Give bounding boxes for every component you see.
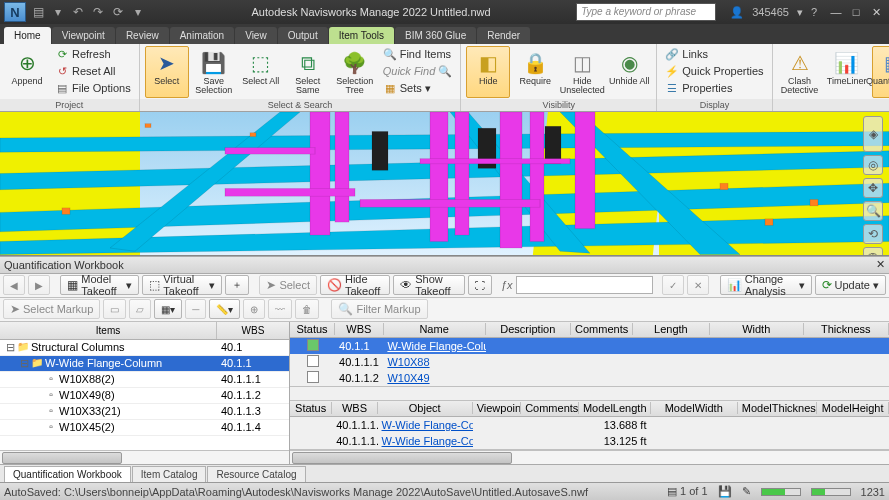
- expand-button[interactable]: ⛶: [468, 275, 492, 295]
- 3d-viewport[interactable]: I:8(1):10(-2) - F.C. @ Level 3 (-28) ◈ ◎…: [0, 112, 889, 256]
- grid-row[interactable]: 40.1.1.1.2W-Wide Flange-Column13.125 ft: [290, 433, 889, 449]
- tab-output[interactable]: Output: [278, 27, 328, 44]
- tab-resource-catalog[interactable]: Resource Catalog: [207, 466, 305, 482]
- change-analysis-button[interactable]: 📊Change Analysis▾: [720, 275, 812, 295]
- tab-quant-workbook[interactable]: Quantification Workbook: [4, 466, 131, 482]
- reset-all-button[interactable]: ↺Reset All: [52, 63, 134, 79]
- minimize-button[interactable]: —: [827, 6, 845, 19]
- tree-row[interactable]: ⊟📁W-Wide Flange-Column40.1.1: [0, 356, 289, 372]
- look-icon[interactable]: 👁: [863, 247, 883, 256]
- tab-view[interactable]: View: [235, 27, 277, 44]
- properties-button[interactable]: ☰Properties: [662, 80, 766, 96]
- select-all-button[interactable]: ⬚Select All: [239, 46, 283, 98]
- tree-hscroll[interactable]: [0, 450, 289, 464]
- unhide-all-button[interactable]: ◉Unhide All: [607, 46, 651, 98]
- hide-unselected-button[interactable]: ◫Hide Unselected: [560, 46, 604, 98]
- tab-item-tools[interactable]: Item Tools: [329, 27, 394, 44]
- shape-tool-button[interactable]: ▱: [129, 299, 151, 319]
- save-selection-button[interactable]: 💾Save Selection: [192, 46, 236, 98]
- qw-titlebar: Quantification Workbook ✕: [0, 256, 889, 274]
- tab-animation[interactable]: Animation: [170, 27, 234, 44]
- qat-more-icon[interactable]: ▾: [130, 4, 146, 20]
- grid-row[interactable]: 40.1.1.1.1W-Wide Flange-Column13.688 ft: [290, 417, 889, 433]
- select-same-button[interactable]: ⧉Select Same: [286, 46, 330, 98]
- measure-tool-button[interactable]: 📏▾: [209, 299, 240, 319]
- line-tool-button[interactable]: ─: [185, 299, 206, 319]
- links-button[interactable]: 🔗Links: [662, 46, 766, 62]
- count-tool-button[interactable]: ⊕: [243, 299, 265, 319]
- qat-open-icon[interactable]: ▤: [30, 4, 46, 20]
- update-button[interactable]: ⟳Update▾: [815, 275, 886, 295]
- grid-row[interactable]: 40.1.1.1W10X88: [290, 354, 889, 370]
- quantification-button[interactable]: ▦Quantification: [872, 46, 889, 98]
- virtual-takeoff-button[interactable]: ⬚Virtual Takeoff▾: [142, 275, 222, 295]
- signin-icon[interactable]: 👤: [730, 6, 744, 19]
- show-takeoff-button[interactable]: 👁Show Takeoff: [393, 275, 465, 295]
- pan-icon[interactable]: ✥: [863, 178, 883, 198]
- steering-wheel-icon[interactable]: ◎: [863, 155, 883, 175]
- items-tree[interactable]: ⊟📁Structural Columns40.1⊟📁W-Wide Flange-…: [0, 340, 289, 451]
- orbit-icon[interactable]: ⟲: [863, 224, 883, 244]
- tab-item-catalog[interactable]: Item Catalog: [132, 466, 207, 482]
- qat-undo-icon[interactable]: ↶: [70, 4, 86, 20]
- selection-tree-button[interactable]: 🌳Selection Tree: [333, 46, 377, 98]
- sets-button[interactable]: ▦Sets▾: [380, 80, 456, 96]
- filter-markup-button[interactable]: 🔍Filter Markup: [331, 299, 427, 319]
- hide-button[interactable]: ◧Hide: [466, 46, 510, 98]
- tab-home[interactable]: Home: [4, 27, 51, 44]
- fx-accept-button[interactable]: ✓: [662, 275, 684, 295]
- refresh-button[interactable]: ⟳Refresh: [52, 46, 134, 62]
- detail-grid[interactable]: StatusWBSObjectViewpointCommentsModelLen…: [290, 401, 889, 450]
- tree-row[interactable]: ▫W10X33(21)40.1.1.3: [0, 404, 289, 420]
- qat-save-icon[interactable]: ▾: [50, 4, 66, 20]
- qat-refresh-icon[interactable]: ⟳: [110, 4, 126, 20]
- formula-input[interactable]: [516, 276, 653, 294]
- select-markup-button[interactable]: ➤Select Markup: [3, 299, 100, 319]
- app-logo[interactable]: N: [4, 2, 26, 22]
- favorite-icon[interactable]: ▾: [797, 6, 803, 19]
- wbs-header[interactable]: WBS: [217, 322, 289, 339]
- nav-fwd-button[interactable]: ▶: [28, 275, 50, 295]
- grid-row[interactable]: 40.1.1.2W10X49: [290, 370, 889, 386]
- find-items-button[interactable]: 🔍Find Items: [380, 46, 456, 62]
- help-search-input[interactable]: Type a keyword or phrase: [576, 3, 716, 21]
- add-button[interactable]: ＋: [225, 275, 249, 295]
- tab-review[interactable]: Review: [116, 27, 169, 44]
- clash-button[interactable]: ⚠Clash Detective: [778, 46, 822, 98]
- polyline-tool-button[interactable]: 〰: [268, 299, 292, 319]
- fx-cancel-button[interactable]: ✕: [687, 275, 709, 295]
- append-button[interactable]: ⊕Append: [5, 46, 49, 98]
- grid-tool-button[interactable]: ▦▾: [154, 299, 182, 319]
- qat-redo-icon[interactable]: ↷: [90, 4, 106, 20]
- tree-row[interactable]: ▫W10X49(8)40.1.1.2: [0, 388, 289, 404]
- timeliner-button[interactable]: 📊TimeLiner: [825, 46, 869, 98]
- model-takeoff-button[interactable]: ▦Model Takeoff▾: [60, 275, 139, 295]
- tree-row[interactable]: ⊟📁Structural Columns40.1: [0, 340, 289, 356]
- rect-tool-button[interactable]: ▭: [103, 299, 126, 319]
- maximize-button[interactable]: □: [847, 6, 865, 19]
- select-button[interactable]: ➤Select: [145, 46, 189, 98]
- file-options-button[interactable]: ▤File Options: [52, 80, 134, 96]
- viewcube-icon[interactable]: ◈: [863, 116, 883, 152]
- tab-bim360[interactable]: BIM 360 Glue: [395, 27, 476, 44]
- summary-grid[interactable]: StatusWBSNameDescriptionCommentsLengthWi…: [290, 322, 889, 387]
- nav-back-button[interactable]: ◀: [3, 275, 25, 295]
- grid-hscroll[interactable]: [290, 450, 889, 464]
- tree-row[interactable]: ▫W10X88(2)40.1.1.1: [0, 372, 289, 388]
- items-header[interactable]: Items: [0, 322, 217, 339]
- select-button-qw[interactable]: ➤Select: [259, 275, 317, 295]
- tab-render[interactable]: Render: [477, 27, 530, 44]
- close-button[interactable]: ✕: [867, 6, 885, 19]
- hide-takeoff-button[interactable]: 🚫Hide Takeoff: [320, 275, 390, 295]
- delete-tool-button[interactable]: 🗑: [295, 299, 319, 319]
- zoom-icon[interactable]: 🔍: [863, 201, 883, 221]
- help-icon[interactable]: ?: [811, 6, 817, 18]
- tab-viewpoint[interactable]: Viewpoint: [52, 27, 115, 44]
- grid-row[interactable]: 40.1.1W-Wide Flange-Column: [290, 338, 889, 354]
- tree-row[interactable]: ▫W10X45(2)40.1.1.4: [0, 420, 289, 436]
- user-label[interactable]: 345465: [752, 6, 789, 18]
- qw-close-button[interactable]: ✕: [876, 258, 885, 271]
- quick-properties-button[interactable]: ⚡Quick Properties: [662, 63, 766, 79]
- require-button[interactable]: 🔒Require: [513, 46, 557, 98]
- quick-find-input[interactable]: Quick Find🔍: [380, 63, 456, 79]
